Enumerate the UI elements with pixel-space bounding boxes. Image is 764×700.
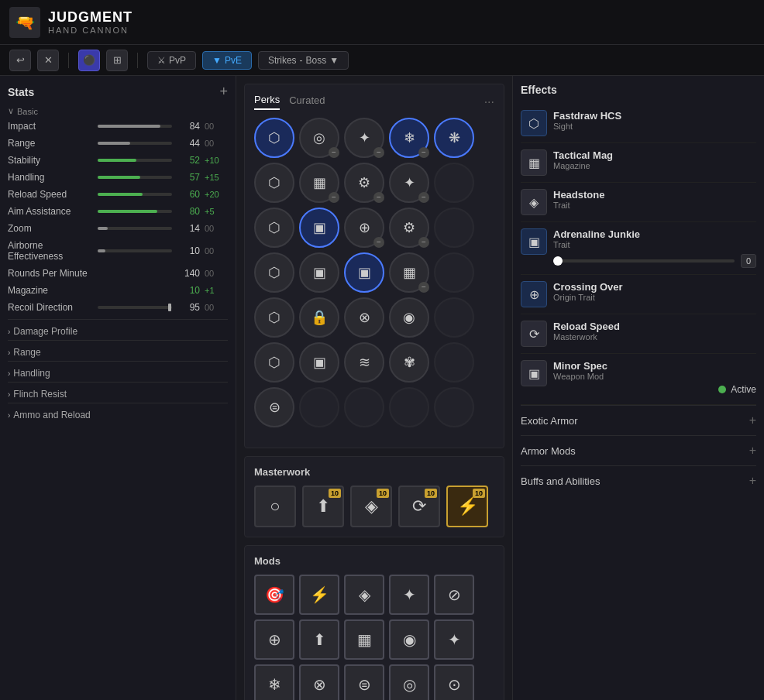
perk-slot[interactable]: ⊜ [254, 387, 294, 427]
perk-slot[interactable]: ⬡ [254, 163, 294, 203]
perk-slot[interactable]: ✾ [389, 342, 429, 383]
perk-slot[interactable]: ▣ [344, 252, 384, 293]
mod-slot[interactable]: ✦ [434, 619, 474, 660]
mod-slot[interactable]: ✦ [389, 575, 429, 615]
undo-button[interactable]: ↩ [9, 50, 31, 71]
perk-slot[interactable]: ⊗ [344, 297, 384, 338]
expandable-section[interactable]: Armor Mods + [521, 435, 756, 465]
perk-slot[interactable]: ◉ [389, 297, 429, 338]
perk-slot[interactable]: ▣ [299, 252, 339, 293]
effect-item: ▣ Adrenaline Junkie Trait 0 [521, 222, 756, 275]
perk-slot[interactable]: ⬡ [254, 208, 294, 248]
stat-row: Airborne Effectiveness 10 00 [8, 240, 228, 262]
mod-slot[interactable]: ⊜ [344, 664, 384, 700]
stat-value-recoil: 95 [177, 302, 200, 313]
effect-info: Fastdraw HCS Sight [553, 110, 756, 131]
masterwork-icon: ⟳ [412, 496, 426, 516]
mod-slot[interactable]: ⬆ [299, 619, 339, 660]
stats-add-button[interactable]: + [219, 84, 228, 100]
stat-name: Range [8, 138, 93, 149]
masterwork-slot[interactable]: ◈10 [350, 486, 392, 527]
collapsible-section[interactable]: › Flinch Resist [8, 382, 228, 403]
mod-slot[interactable]: ◎ [389, 664, 429, 700]
strikes-button[interactable]: Strikes - Boss ▼ [258, 51, 349, 70]
perks-more-icon[interactable]: ··· [484, 95, 494, 109]
stat-bar-container [98, 125, 172, 128]
collapsible-section[interactable]: › Damage Profile [8, 319, 228, 340]
stat-row: Zoom 14 00 [8, 223, 228, 234]
collapsible-section[interactable]: › Handling [8, 361, 228, 382]
mod-slot[interactable]: 🎯 [254, 575, 294, 615]
effect-type: Weapon Mod [553, 372, 756, 381]
mod-slot[interactable]: ❄ [254, 664, 294, 700]
mod-slot[interactable]: ⊕ [254, 619, 294, 660]
perk-slot[interactable]: ▣ [299, 208, 339, 248]
basic-section-label[interactable]: ∨ Basic [8, 106, 228, 116]
perk-slot[interactable]: ✦ [389, 163, 429, 203]
perk-slot [389, 387, 429, 427]
perk-slot[interactable]: ❄ [389, 118, 429, 158]
perk-slot[interactable]: ⬡ [254, 297, 294, 338]
perk-slot[interactable]: ✦ [344, 118, 384, 158]
stat-bar-container [98, 249, 172, 252]
perk-icon: ❋ [442, 125, 466, 150]
collapsible-section[interactable]: › Ammo and Reload [8, 403, 228, 424]
pvp-icon: ⚔ [157, 55, 166, 66]
view-multi-button[interactable]: ⊞ [106, 50, 128, 71]
perk-slot[interactable]: ▣ [299, 342, 339, 383]
masterwork-slot[interactable]: ⬆10 [302, 486, 344, 527]
slider-track[interactable] [553, 259, 735, 262]
mod-slot[interactable]: ⊘ [434, 575, 474, 615]
stat-row: Stability 52 +10 [8, 155, 228, 166]
weapon-icon: 🔫 [9, 7, 40, 38]
adrenaline-slider: 0 [553, 254, 756, 268]
masterwork-slot[interactable]: ○ [254, 486, 296, 527]
mod-slot[interactable]: ▦ [344, 619, 384, 660]
effect-item: ⊕ Crossing Over Origin Trait [521, 275, 756, 314]
redo-button[interactable]: ✕ [37, 50, 59, 71]
mod-slot[interactable]: ⊗ [299, 664, 339, 700]
pvp-mode-button[interactable]: ⚔ PvP [147, 51, 196, 70]
perk-slot [344, 387, 384, 427]
pve-mode-button[interactable]: ▼ PvE [202, 51, 252, 70]
mod-slot[interactable]: ◈ [344, 575, 384, 615]
effect-item: ◈ Headstone Trait [521, 183, 756, 222]
perk-slot[interactable]: ⊕ [344, 208, 384, 248]
perk-slot[interactable]: ▦ [299, 163, 339, 203]
perk-slot[interactable]: ⬡ [254, 342, 294, 383]
effects-panel: Effects ⬡ Fastdraw HCS Sight ▦ Tactical … [512, 76, 764, 700]
effect-icon: ⬡ [521, 110, 547, 136]
perk-slot[interactable]: ⬡ [254, 118, 294, 158]
active-dot [718, 386, 726, 393]
perk-icon: ▣ [307, 215, 332, 240]
mod-icon: ◎ [403, 675, 416, 694]
tab-curated[interactable]: Curated [289, 94, 325, 109]
expandable-section[interactable]: Exotic Armor + [521, 405, 756, 435]
perk-slot[interactable]: ◎ [299, 118, 339, 158]
effect-name: Fastdraw HCS [553, 110, 756, 122]
perk-slot[interactable]: ❋ [434, 118, 474, 158]
expandable-section[interactable]: Buffs and Abilities + [521, 465, 756, 496]
collapsible-section[interactable]: › Range [8, 340, 228, 361]
mod-slot[interactable]: ⚡ [299, 575, 339, 615]
mod-slot[interactable]: ⊙ [434, 664, 474, 700]
mod-icon: ⊗ [313, 675, 326, 694]
perk-slot[interactable]: ⚙ [389, 208, 429, 248]
masterwork-level-badge: 10 [473, 489, 485, 498]
perk-slot[interactable]: ⚙ [344, 163, 384, 203]
masterwork-title: Masterwork [254, 466, 494, 478]
view-single-button[interactable]: ⚫ [78, 50, 100, 71]
perk-slot[interactable]: ⬡ [254, 252, 294, 293]
stat-value: 57 [177, 172, 200, 183]
masterwork-slot[interactable]: ⟳10 [398, 486, 440, 527]
perk-icon: ⊕ [352, 215, 377, 240]
strikes-dash: - [300, 55, 303, 66]
perk-icon: ✾ [397, 350, 422, 375]
perk-slot[interactable]: ≋ [344, 342, 384, 383]
stat-bonus: +15 [205, 173, 228, 182]
mod-slot[interactable]: ◉ [389, 619, 429, 660]
masterwork-slot[interactable]: ⚡10 [446, 486, 488, 527]
tab-perks[interactable]: Perks [254, 94, 280, 110]
perk-slot[interactable]: ▦ [389, 252, 429, 293]
perk-slot[interactable]: 🔒 [299, 297, 339, 338]
